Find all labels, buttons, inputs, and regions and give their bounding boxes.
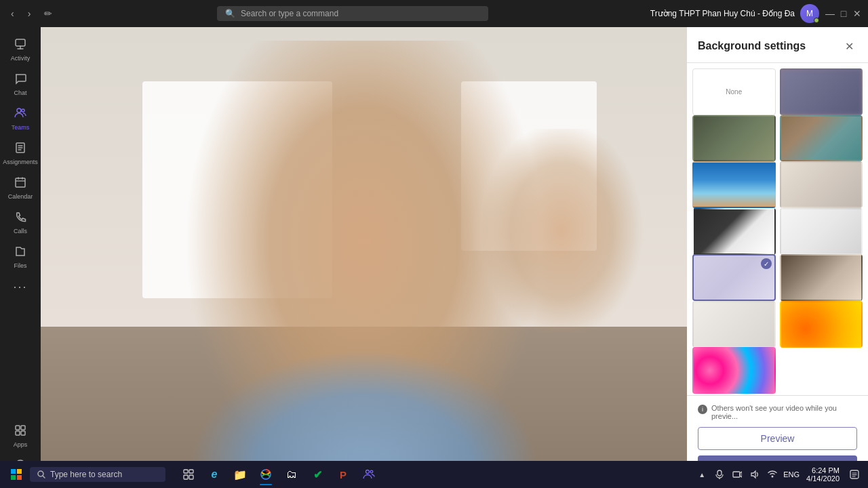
time-display: 6:24 PM — [806, 466, 840, 474]
sidebar-item-calls[interactable]: Calls — [0, 205, 41, 240]
bg-option-sky[interactable] — [692, 161, 776, 208]
notification-button[interactable] — [846, 466, 863, 483]
bg-option-office[interactable] — [780, 115, 863, 162]
video-background — [41, 27, 687, 488]
background-grid: None ✓ — [687, 63, 868, 395]
nav-buttons: ‹ › — [5, 5, 36, 22]
teams-icon — [14, 107, 26, 123]
bg-option-loft[interactable] — [780, 254, 863, 301]
search-bar[interactable]: 🔍 Search or type a command — [217, 6, 488, 21]
nav-back-button[interactable]: ‹ — [5, 5, 20, 22]
bg-option-room2[interactable] — [692, 208, 776, 255]
svg-rect-16 — [184, 470, 188, 473]
svg-rect-12 — [17, 469, 22, 474]
hand-overlay — [477, 129, 646, 332]
sidebar-item-teams[interactable]: Teams — [0, 102, 41, 136]
assignments-icon — [14, 142, 26, 157]
nav-forward-button[interactable]: › — [22, 5, 37, 22]
taskbar-left: Type here to search — [0, 464, 171, 485]
taskbar-folder2[interactable]: 🗂 — [279, 462, 304, 487]
bg-option-blur[interactable] — [780, 68, 863, 115]
volume-icon[interactable] — [747, 466, 763, 483]
camera-icon[interactable] — [729, 466, 745, 483]
files-icon — [14, 245, 26, 261]
svg-rect-13 — [11, 475, 16, 480]
bg-option-room1[interactable] — [780, 161, 863, 208]
svg-rect-4 — [16, 178, 25, 187]
chat-icon — [14, 73, 26, 88]
selected-check-icon: ✓ — [761, 258, 772, 269]
avatar[interactable]: M — [800, 4, 819, 23]
sidebar-item-assignments[interactable]: Assignments — [0, 136, 41, 171]
svg-rect-19 — [189, 475, 193, 479]
svg-rect-24 — [717, 470, 722, 476]
close-button[interactable]: ✕ — [852, 8, 863, 19]
taskbar-edge[interactable]: e — [202, 462, 226, 487]
calls-icon — [14, 211, 26, 226]
window-controls: — □ ✕ — [825, 8, 863, 19]
sidebar-item-files[interactable]: Files — [0, 240, 41, 274]
taskbar-search[interactable]: Type here to search — [30, 467, 165, 482]
svg-point-22 — [366, 470, 370, 474]
more-icon: ··· — [13, 280, 27, 294]
info-icon: i — [698, 405, 707, 414]
bg-settings-title: Background settings — [698, 40, 806, 52]
start-button[interactable] — [5, 464, 27, 485]
title-bar-right: Trường THPT Phan Huy Chú - Đống Đa M — □… — [650, 4, 868, 23]
svg-point-23 — [370, 470, 373, 473]
preview-button[interactable]: Preview — [698, 427, 857, 450]
svg-rect-14 — [17, 475, 22, 480]
bg-option-green[interactable] — [692, 115, 776, 162]
svg-rect-6 — [21, 426, 25, 430]
minimize-button[interactable]: — — [825, 8, 835, 19]
sidebar: Activity Chat Teams Assignments Calendar… — [0, 27, 41, 488]
sidebar-item-calendar[interactable]: Calendar — [0, 171, 41, 205]
activity-icon — [14, 38, 26, 54]
sidebar-calls-label: Calls — [14, 228, 27, 235]
language-indicator[interactable]: ENG — [783, 470, 800, 479]
microphone-icon[interactable] — [711, 466, 728, 483]
sidebar-apps-label: Apps — [14, 441, 28, 448]
svg-rect-17 — [189, 470, 193, 473]
svg-rect-11 — [11, 469, 16, 474]
system-tray-expand[interactable]: ▲ — [694, 466, 710, 483]
bg-option-corridor[interactable] — [692, 301, 776, 348]
taskbar-taskview[interactable] — [176, 462, 201, 487]
bg-settings-close-button[interactable]: ✕ — [841, 38, 857, 54]
maximize-button[interactable]: □ — [838, 8, 849, 19]
bg-settings-header: Background settings ✕ — [687, 27, 868, 63]
background-settings-panel: Background settings ✕ None ✓ — [687, 27, 868, 488]
taskbar-search-placeholder: Type here to search — [50, 470, 122, 479]
taskbar-tick-app[interactable]: ✔ — [305, 462, 330, 487]
sidebar-item-chat[interactable]: Chat — [0, 67, 41, 102]
taskbar-right: ▲ ENG 6:24 PM 4/14/2020 — [688, 466, 868, 483]
svg-point-1 — [17, 108, 21, 113]
clock[interactable]: 6:24 PM 4/14/2020 — [802, 466, 844, 483]
svg-rect-8 — [21, 431, 25, 435]
search-icon: 🔍 — [225, 9, 235, 18]
bg-option-orange[interactable] — [780, 301, 863, 348]
compose-button[interactable]: ✏ — [41, 5, 55, 22]
network-icon[interactable] — [764, 466, 781, 483]
bg-option-none[interactable]: None — [692, 68, 776, 115]
org-name: Trường THPT Phan Huy Chú - Đống Đa — [650, 9, 795, 18]
taskbar-powerpoint[interactable]: P — [331, 462, 355, 487]
bg-option-white-room[interactable] — [780, 208, 863, 255]
taskbar-chrome[interactable] — [254, 462, 278, 487]
sidebar-activity-label: Activity — [11, 55, 31, 62]
bg-option-bubbles[interactable] — [692, 347, 776, 394]
taskbar-apps: e 📁 🗂 ✔ P — [171, 462, 387, 487]
sidebar-item-activity[interactable]: Activity — [0, 33, 41, 67]
sidebar-assignments-label: Assignments — [3, 159, 38, 165]
title-bar: ‹ › ✏ 🔍 Search or type a command Trường … — [0, 0, 868, 27]
preview-note-text: Others won't see your video while you pr… — [711, 404, 857, 420]
svg-rect-5 — [16, 426, 20, 430]
taskbar-teams[interactable] — [357, 462, 381, 487]
search-placeholder: Search or type a command — [241, 9, 338, 18]
sidebar-item-apps[interactable]: Apps — [0, 419, 41, 453]
sidebar-calendar-label: Calendar — [8, 193, 33, 200]
sidebar-item-more[interactable]: ··· — [0, 274, 41, 300]
sidebar-files-label: Files — [14, 262, 26, 269]
bg-option-selected[interactable]: ✓ — [692, 254, 776, 301]
taskbar-file-explorer[interactable]: 📁 — [228, 462, 252, 487]
